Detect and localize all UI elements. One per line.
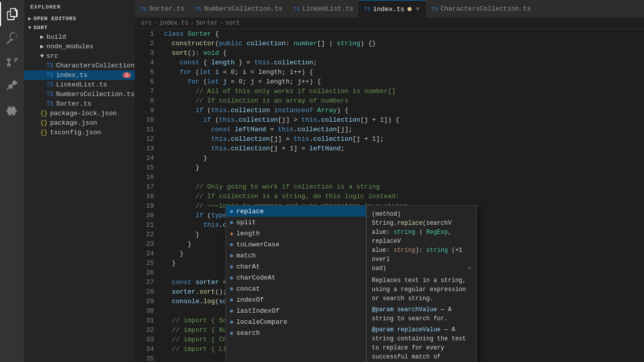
autocomplete-wrapper: ⊛ replace ⊛ split ◈ length ⊛ toLowerCase… bbox=[225, 205, 477, 362]
line-number: 32 bbox=[135, 325, 154, 335]
breadcrumb: src › index.ts › Sorter › sort bbox=[135, 18, 644, 29]
autocomplete-item[interactable]: ⊛ charAt bbox=[226, 261, 366, 272]
code-line: class Sorter { bbox=[164, 29, 644, 39]
line-number: 30 bbox=[135, 306, 154, 316]
code-line: // If collection is an array of numbers bbox=[164, 96, 644, 106]
sidebar-item-linkedlist[interactable]: TS LinkedList.ts bbox=[24, 80, 135, 89]
sidebar-item-label: package.json bbox=[50, 119, 97, 127]
line-number: 15 bbox=[135, 163, 154, 172]
sidebar-item-label: CharactersCollection.ts bbox=[56, 62, 135, 69]
autocomplete-item[interactable]: ⊛ split bbox=[226, 217, 366, 228]
tooltip-description: Replaces text in a string, using a regul… bbox=[372, 276, 471, 303]
code-line: // All of this only works if collection … bbox=[164, 86, 644, 96]
json-icon: {} bbox=[40, 120, 47, 127]
debug-icon[interactable] bbox=[0, 74, 24, 99]
tab-label: NumbersCollection.ts bbox=[204, 5, 283, 13]
breadcrumb-sort[interactable]: sort bbox=[225, 20, 240, 27]
autocomplete-item[interactable]: ⊛ concat bbox=[226, 283, 366, 294]
line-number: 28 bbox=[135, 287, 154, 297]
sidebar-item-tsconfig[interactable]: {} tsconfig.json bbox=[24, 128, 135, 137]
autocomplete-item[interactable]: ◈ length bbox=[226, 228, 366, 239]
tab-close-button[interactable]: × bbox=[415, 5, 421, 13]
sidebar-item-numberscollection[interactable]: TS NumbersCollection.ts bbox=[24, 89, 135, 99]
ts-icon: TS bbox=[46, 72, 53, 79]
autocomplete-list: ⊛ replace ⊛ split ◈ length ⊛ toLowerCase… bbox=[225, 205, 366, 362]
ac-item-label: toLowerCase bbox=[236, 241, 280, 248]
code-line: const { length } = this.collection; bbox=[164, 58, 644, 67]
line-number: 24 bbox=[135, 249, 154, 258]
chevron-icon: ▶ bbox=[28, 16, 32, 22]
sidebar-item-label: package-lock.json bbox=[50, 110, 117, 117]
sidebar-item-src[interactable]: ▼ src bbox=[24, 51, 135, 61]
line-number: 25 bbox=[135, 258, 154, 268]
code-line bbox=[164, 172, 644, 182]
autocomplete-item[interactable]: ⊛ localeCompare bbox=[226, 316, 366, 327]
search-icon[interactable] bbox=[0, 26, 24, 50]
line-number: 10 bbox=[135, 115, 154, 125]
ts-icon: TS bbox=[46, 91, 53, 98]
sidebar-item-package-lock[interactable]: {} package-lock.json bbox=[24, 109, 135, 118]
line-number: 16 bbox=[135, 172, 154, 182]
ts-file-icon: TS bbox=[364, 6, 370, 12]
ts-file-icon: TS bbox=[431, 6, 438, 12]
chevron-down-icon: ▼ bbox=[28, 25, 32, 31]
tooltip-close-button[interactable]: × bbox=[468, 264, 471, 273]
autocomplete-item[interactable]: ⊛ search bbox=[226, 327, 366, 338]
open-editors-section[interactable]: ▶ OPEN EDITORS bbox=[24, 14, 135, 23]
code-line: } bbox=[164, 163, 644, 172]
ts-icon: TS bbox=[46, 62, 53, 69]
line-numbers: 1234567891011121314151617181920212223242… bbox=[135, 29, 160, 362]
extensions-icon[interactable] bbox=[0, 99, 24, 123]
code-line: const leftHand = this.collection[j]; bbox=[164, 125, 644, 134]
tab-characterscollection[interactable]: TS CharactersCollection.ts bbox=[426, 0, 536, 18]
line-number: 1 bbox=[135, 29, 154, 39]
line-number: 14 bbox=[135, 153, 154, 163]
line-number: 11 bbox=[135, 125, 154, 134]
code-line: if (this.collection[j] > this.collection… bbox=[164, 115, 644, 125]
line-number: 12 bbox=[135, 134, 154, 144]
sidebar-item-characterscollection[interactable]: TS CharactersCollection.ts ! bbox=[24, 61, 135, 70]
ac-kind-icon: ⊛ bbox=[230, 330, 233, 336]
line-number: 35 bbox=[135, 354, 154, 362]
autocomplete-item[interactable]: ⊛ replace bbox=[226, 206, 366, 217]
ac-kind-icon: ⊛ bbox=[230, 208, 233, 215]
ac-item-label: concat bbox=[236, 285, 260, 293]
autocomplete-item[interactable]: ⊛ lastIndexOf bbox=[226, 305, 366, 316]
breadcrumb-index[interactable]: index.ts bbox=[159, 20, 189, 27]
sidebar-item-label: Sorter.ts bbox=[56, 100, 91, 108]
tab-sorter[interactable]: TS Sorter.ts bbox=[135, 0, 190, 18]
git-icon[interactable] bbox=[0, 50, 24, 74]
activity-bar bbox=[0, 0, 24, 362]
autocomplete-item[interactable]: ⊛ toLowerCase bbox=[226, 239, 366, 250]
code-line: for (let j = 0; j < length; j++) { bbox=[164, 77, 644, 86]
folder-open-icon: ▼ bbox=[40, 53, 44, 60]
ac-kind-icon: ⊛ bbox=[230, 241, 233, 248]
autocomplete-item[interactable]: ⊛ match bbox=[226, 250, 366, 261]
breadcrumb-sorter[interactable]: Sorter bbox=[196, 20, 218, 27]
sidebar-item-label: build bbox=[46, 33, 66, 41]
sidebar-item-index[interactable]: TS index.ts 1 bbox=[24, 70, 135, 80]
autocomplete-item[interactable]: ⊛ indexOf bbox=[226, 294, 366, 305]
ts-file-icon: TS bbox=[140, 6, 146, 12]
sidebar-item-label: NumbersCollection.ts bbox=[56, 90, 134, 98]
json-icon: {} bbox=[40, 129, 47, 136]
ac-item-label: charAt bbox=[236, 263, 260, 270]
sidebar-item-package[interactable]: {} package.json bbox=[24, 118, 135, 128]
sidebar-item-node_modules[interactable]: ▶ node_modules bbox=[24, 42, 135, 51]
tab-linkedlist[interactable]: TS LinkedList.ts bbox=[288, 0, 359, 18]
code-line: // Only going to work if collection is a… bbox=[164, 182, 644, 192]
sidebar-item-build[interactable]: ▶ build bbox=[24, 32, 135, 42]
explorer-icon[interactable] bbox=[0, 2, 24, 26]
autocomplete-item[interactable]: ⊛ charCodeAt bbox=[226, 272, 366, 283]
line-number: 20 bbox=[135, 211, 154, 220]
tab-numberscollection[interactable]: TS NumbersCollection.ts bbox=[190, 0, 288, 18]
tab-label: CharactersCollection.ts bbox=[441, 5, 531, 13]
editor-area: 1234567891011121314151617181920212223242… bbox=[135, 29, 644, 362]
breadcrumb-src[interactable]: src bbox=[141, 20, 152, 27]
sort-section[interactable]: ▼ SORT bbox=[24, 23, 135, 32]
line-number: 7 bbox=[135, 86, 154, 96]
sidebar-item-sorter[interactable]: TS Sorter.ts bbox=[24, 99, 135, 109]
line-number: 13 bbox=[135, 144, 154, 153]
ac-kind-icon: ⊛ bbox=[230, 263, 233, 270]
tab-index[interactable]: TS index.ts × bbox=[359, 0, 426, 18]
